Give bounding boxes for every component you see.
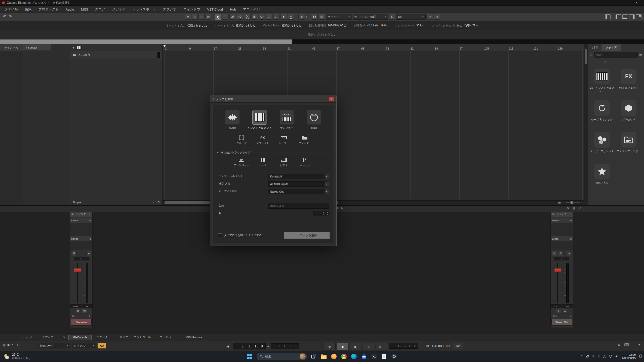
zoom-slider[interactable] bbox=[566, 202, 580, 203]
mute-tool[interactable] bbox=[259, 14, 265, 20]
midi-input-select[interactable]: All MIDI Inputs ▼ bbox=[268, 181, 329, 187]
track-type-effect[interactable]: FX エフェクト bbox=[255, 135, 270, 145]
store-icon[interactable] bbox=[361, 353, 367, 360]
tray-usb-icon[interactable]: ⇪ bbox=[598, 355, 600, 358]
track-scale-dropdown-icon[interactable]: ▼ bbox=[153, 201, 155, 203]
plugin-icon[interactable]: ⧩ bbox=[637, 343, 640, 347]
inserts-slots[interactable] bbox=[70, 223, 92, 236]
sends-slots[interactable] bbox=[551, 241, 573, 250]
dialog-close-button[interactable]: ✕ bbox=[329, 97, 334, 101]
notification-bell-icon[interactable] bbox=[639, 354, 642, 359]
add-track-confirm-button[interactable]: トラックを追加 bbox=[284, 232, 330, 239]
track-visibility-icon[interactable] bbox=[77, 46, 82, 49]
terminal-icon[interactable] bbox=[371, 353, 377, 360]
glue-tool[interactable] bbox=[251, 14, 258, 20]
record-mode-arrow-icon[interactable]: ▼ bbox=[12, 344, 14, 346]
quantize-preset-dropdown[interactable]: 1/8▼ bbox=[396, 14, 426, 20]
color-tool[interactable] bbox=[288, 14, 294, 20]
auto-scroll-icon[interactable]: ↻ bbox=[298, 14, 305, 20]
zoom-in-icon[interactable]: + bbox=[581, 201, 583, 204]
routing-header[interactable]: ルーティング⊂ bbox=[551, 212, 573, 217]
steam-icon[interactable] bbox=[391, 353, 397, 360]
mixer-target-icon[interactable]: ◎ bbox=[573, 206, 575, 210]
notepad-icon[interactable] bbox=[381, 353, 387, 360]
track-type-marker[interactable]: マーカー bbox=[297, 157, 313, 167]
tab-chord-pads[interactable]: コードパッド bbox=[156, 335, 181, 340]
track-type-video[interactable]: ビデオ bbox=[276, 157, 292, 167]
inserts-header[interactable]: Inserts⊜ bbox=[70, 218, 92, 223]
stop-button[interactable]: ■ bbox=[337, 343, 349, 350]
inserts-slots[interactable] bbox=[551, 223, 573, 236]
sends-header[interactable]: Sends⊜ bbox=[551, 236, 573, 241]
solo-all-button[interactable]: S bbox=[192, 14, 198, 20]
tab-tracks[interactable]: トラック bbox=[18, 335, 37, 340]
tile-file-browser[interactable]: ファイルブラウザー bbox=[616, 130, 641, 161]
track-type-ruler[interactable]: ルーラー bbox=[276, 135, 292, 145]
zoom-out-icon[interactable]: − bbox=[562, 201, 564, 204]
write-automation-button[interactable]: W bbox=[562, 309, 568, 314]
menu-item-studio[interactable]: スタジオ bbox=[159, 6, 180, 13]
iterative-quantize-icon[interactable]: ♪e bbox=[434, 14, 440, 20]
menu-item-hub[interactable]: Hub bbox=[226, 6, 239, 13]
media-search-input[interactable] bbox=[594, 52, 638, 58]
other-track-types-header[interactable]: ▼ その他のトラックタイプ bbox=[217, 151, 330, 154]
keep-dialog-open-checkbox[interactable] bbox=[218, 233, 222, 237]
tray-pen-icon[interactable]: ✎ bbox=[592, 355, 595, 358]
dialog-title-bar[interactable]: トラックを追加 ✕ bbox=[210, 96, 336, 103]
zoom-tool[interactable] bbox=[266, 14, 272, 20]
inspector-zone-toggle-icon[interactable] bbox=[605, 14, 611, 19]
pan-control[interactable]: C bbox=[74, 257, 89, 260]
meter-peak-value[interactable]: -∞ bbox=[82, 304, 93, 308]
record-mode-icon[interactable]: ◉ bbox=[7, 343, 10, 347]
write-automation-button[interactable]: W bbox=[205, 14, 211, 20]
grid-type-dropdown[interactable]: グリッド▼ bbox=[326, 14, 352, 20]
channel-name-label[interactable]: Stereo In bbox=[71, 319, 92, 326]
menu-item-audio[interactable]: Audio bbox=[62, 6, 77, 13]
menu-item-edit[interactable]: 編集 bbox=[21, 6, 35, 13]
tray-display-icon[interactable]: 🗗 bbox=[586, 355, 589, 358]
menu-item-score[interactable]: スコア bbox=[92, 6, 109, 13]
click-icon[interactable]: ⌁ bbox=[612, 343, 614, 347]
sends-header[interactable]: Sends⊜ bbox=[70, 236, 92, 241]
track-type-arranger[interactable]: アレンジャー bbox=[234, 157, 249, 167]
range-selection-tool[interactable] bbox=[222, 14, 229, 20]
media-forward-icon[interactable]: → bbox=[597, 60, 601, 64]
track-type-midi[interactable]: MIDI bbox=[305, 110, 323, 130]
left-locator-display[interactable]: 1. 1. 1. 0 bbox=[389, 343, 418, 349]
transport-settings-gear-icon[interactable]: ⚙ bbox=[618, 343, 621, 347]
solo-button[interactable]: S bbox=[558, 251, 564, 256]
track-type-folder[interactable]: フォルダー bbox=[297, 135, 313, 145]
volume-value[interactable]: 0.00 bbox=[550, 304, 561, 308]
right-zone-toggle-icon[interactable] bbox=[629, 14, 635, 19]
tab-mixconsole[interactable]: MixConsole bbox=[68, 335, 91, 340]
menu-item-media[interactable]: メディア bbox=[109, 6, 129, 13]
left-zone-toggle-icon[interactable] bbox=[616, 14, 621, 19]
media-home-icon[interactable]: ⌂ bbox=[604, 60, 606, 64]
punch-point-icon[interactable]: ♩ bbox=[384, 344, 388, 348]
fader-handle[interactable] bbox=[554, 268, 562, 272]
add-track-button[interactable]: + bbox=[72, 46, 74, 50]
track-row-input-output[interactable]: 入力/出力 bbox=[70, 51, 162, 59]
new-part-dropdown[interactable]: 新規パート▼ bbox=[38, 343, 70, 348]
tile-vst-effects[interactable]: FX VST エフェクト bbox=[616, 67, 641, 97]
tab-inspector[interactable]: Inspector bbox=[23, 44, 51, 51]
read-automation-button[interactable]: R bbox=[198, 14, 205, 20]
track-list-settings-icon[interactable]: ⚙ bbox=[157, 201, 160, 204]
tray-chevron-icon[interactable]: ⌃ bbox=[581, 355, 583, 358]
track-name-input[interactable] bbox=[268, 203, 329, 209]
draw-tool[interactable] bbox=[229, 14, 236, 20]
taskbar-search[interactable]: 検索 bbox=[257, 353, 307, 360]
clock-widget[interactable]: 22:29 2025/08/15 bbox=[622, 353, 636, 360]
tab-sampler-control[interactable]: サンプラーコントロール bbox=[116, 335, 155, 340]
triplet-quantize-icon[interactable]: ♪³ bbox=[426, 14, 433, 20]
close-button[interactable]: ✕ bbox=[631, 0, 642, 6]
menu-item-project[interactable]: プロジェクト bbox=[35, 6, 62, 13]
track-type-chord[interactable]: コード bbox=[255, 157, 270, 167]
tile-vst-instruments[interactable]: VST インストゥルメント bbox=[589, 67, 615, 97]
vertical-scrollbar-thumb[interactable] bbox=[585, 49, 587, 64]
menu-item-window[interactable]: ウィンドウ bbox=[180, 6, 204, 13]
dropdown-arrow-icon[interactable]: ▼ bbox=[306, 16, 308, 18]
mixer-open-external-icon[interactable]: ⤢ bbox=[579, 206, 581, 210]
mixer-updown-icon[interactable]: ⇅ bbox=[340, 206, 343, 210]
quantize-q-button[interactable]: Q bbox=[389, 14, 395, 20]
